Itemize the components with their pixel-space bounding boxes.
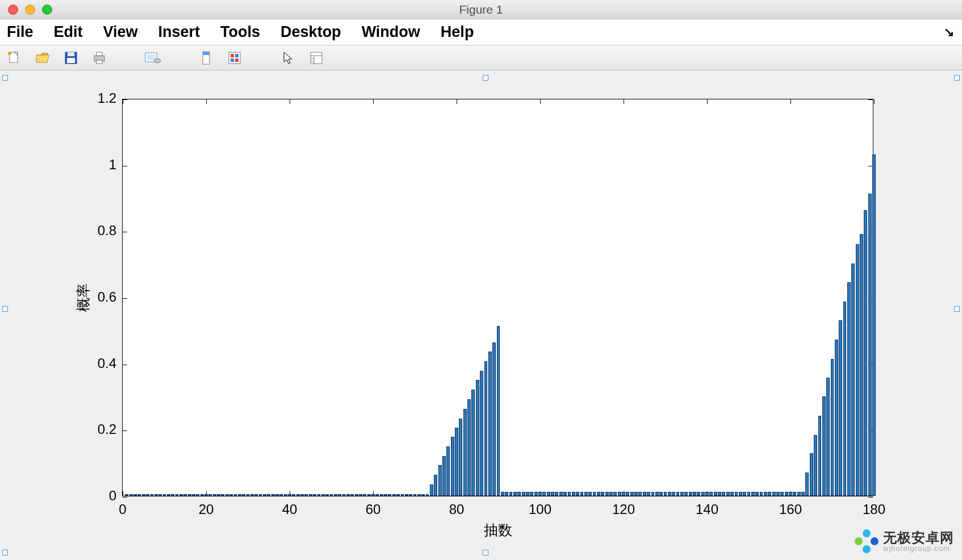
bar: [188, 494, 191, 496]
new-file-icon[interactable]: [6, 49, 23, 66]
bar: [158, 494, 162, 496]
bar: [718, 492, 721, 496]
page-setup-icon[interactable]: [144, 49, 161, 66]
bar: [835, 340, 838, 496]
bar: [743, 492, 746, 496]
plot-tools-icon[interactable]: [308, 49, 325, 66]
bar: [267, 494, 270, 496]
bar: [234, 494, 237, 496]
bar: [618, 492, 621, 496]
bar: [576, 492, 579, 496]
menu-edit[interactable]: Edit: [54, 23, 83, 41]
resize-handle-e[interactable]: [954, 306, 960, 312]
bar: [242, 494, 245, 496]
bar: [183, 494, 187, 496]
bar: [175, 494, 179, 496]
bar: [555, 492, 558, 496]
bar: [785, 492, 788, 496]
bar: [438, 465, 442, 496]
figure-canvas[interactable]: 抽数 概率 02040608010012014016018000.20.40.6…: [0, 70, 962, 560]
bar: [622, 492, 625, 496]
xtick-label: 0: [119, 502, 126, 517]
ytick-label: 0.2: [98, 421, 116, 437]
bar: [680, 492, 684, 496]
menu-help[interactable]: Help: [441, 23, 474, 41]
bar: [568, 492, 571, 496]
bar: [342, 494, 346, 496]
menu-window[interactable]: Window: [362, 23, 420, 41]
bar: [822, 396, 826, 496]
data-cursor-icon[interactable]: [198, 49, 215, 66]
bar: [167, 494, 170, 496]
svg-rect-16: [235, 54, 239, 57]
resize-handle-n[interactable]: [483, 75, 488, 81]
bar: [179, 494, 183, 496]
bar: [872, 154, 876, 496]
menu-desktop[interactable]: Desktop: [281, 23, 341, 41]
bar: [250, 494, 254, 496]
svg-rect-4: [68, 52, 74, 56]
bar: [684, 492, 688, 496]
bar: [793, 492, 796, 496]
bar: [426, 494, 429, 496]
menu-view[interactable]: View: [103, 23, 138, 41]
resize-handle-ne[interactable]: [954, 75, 960, 81]
resize-handle-w[interactable]: [2, 306, 8, 312]
ytick-label: 0.8: [98, 223, 116, 239]
menu-file[interactable]: File: [7, 23, 34, 41]
menu-tools[interactable]: Tools: [220, 23, 260, 41]
bar: [764, 492, 767, 496]
window-title: Figure 1: [0, 3, 962, 16]
bar: [563, 492, 567, 496]
bar: [513, 492, 517, 496]
xlabel: 抽数: [484, 521, 512, 540]
colorbar-icon[interactable]: [226, 49, 243, 66]
bar: [405, 494, 408, 496]
print-icon[interactable]: [91, 49, 108, 66]
watermark-main: 无极安卓网: [883, 530, 954, 545]
bar: [192, 494, 195, 496]
bar: [125, 494, 128, 496]
bar: [480, 371, 483, 496]
bar: [818, 416, 822, 496]
xtick-label: 180: [863, 502, 885, 517]
bar: [701, 492, 705, 496]
pointer-icon[interactable]: [279, 49, 296, 66]
bar: [613, 492, 617, 496]
ylabel: 概率: [74, 283, 93, 312]
bar: [851, 264, 855, 496]
save-icon[interactable]: [62, 49, 80, 66]
bar: [350, 494, 354, 496]
bar: [313, 494, 316, 496]
bar: [735, 492, 738, 496]
resize-handle-sw[interactable]: [2, 550, 8, 555]
dock-arrow-icon[interactable]: ↘: [944, 25, 954, 40]
resize-handle-nw[interactable]: [2, 75, 8, 81]
bar: [430, 484, 433, 496]
bar: [509, 492, 513, 496]
svg-rect-10: [147, 55, 155, 60]
svg-rect-19: [311, 52, 322, 64]
bar: [338, 494, 341, 496]
menu-insert[interactable]: Insert: [158, 23, 200, 41]
bar: [375, 494, 379, 496]
bar: [755, 492, 759, 496]
ytick-label: 1: [109, 157, 116, 173]
bar: [860, 234, 863, 496]
bar: [488, 352, 492, 496]
bar: [388, 494, 391, 496]
bar: [459, 419, 462, 496]
bar: [451, 437, 454, 496]
bar: [284, 494, 287, 496]
bar: [229, 494, 233, 496]
bar: [275, 494, 279, 496]
xtick-label: 140: [696, 502, 718, 517]
resize-handle-s[interactable]: [483, 550, 488, 555]
axes[interactable]: 抽数 概率 02040608010012014016018000.20.40.6…: [122, 99, 873, 496]
bar: [655, 492, 659, 496]
bar: [651, 492, 655, 496]
bar: [497, 326, 500, 496]
bar: [630, 492, 634, 496]
bar: [797, 492, 801, 496]
open-file-icon[interactable]: [34, 49, 51, 66]
